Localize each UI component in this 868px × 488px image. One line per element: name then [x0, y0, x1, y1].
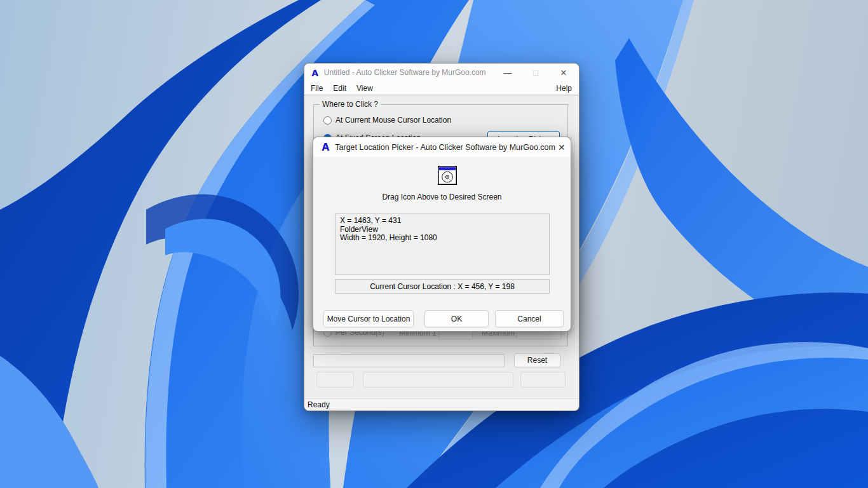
target-location-picker-dialog: A Target Location Picker - Auto Clicker … [313, 137, 571, 332]
app-icon: A [311, 68, 318, 78]
script-text-input[interactable] [313, 354, 505, 367]
menu-help[interactable]: Help [553, 84, 574, 93]
radio-current-location[interactable] [323, 116, 332, 125]
radio-row-current-location: At Current Mouse Cursor Location [323, 116, 451, 125]
picked-coordinates: X = 1463, Y = 431 [340, 217, 545, 226]
move-cursor-button[interactable]: Move Cursor to Location [323, 310, 414, 327]
desktop: A Untitled - Auto Clicker Software by Mu… [0, 0, 868, 488]
dialog-app-icon: A [322, 142, 329, 152]
status-bar: Ready [304, 398, 579, 410]
status-text: Ready [308, 400, 330, 409]
cancel-button[interactable]: Cancel [495, 310, 564, 327]
minimize-icon[interactable]: — [494, 64, 522, 81]
drag-hint-text: Drag Icon Above to Desired Screen [313, 193, 571, 201]
dialog-close-icon[interactable]: ✕ [555, 137, 568, 157]
menu-file[interactable]: File [306, 84, 328, 93]
disabled-button-left[interactable] [316, 372, 354, 388]
picked-window-name: FolderView [340, 226, 545, 234]
main-window-title: Untitled - Auto Clicker Software by MurG… [324, 68, 486, 77]
dialog-titlebar[interactable]: A Target Location Picker - Auto Clicker … [313, 137, 571, 157]
maximize-icon[interactable]: □ [522, 64, 550, 81]
current-cursor-location-bar: Current Cursor Location : X = 456, Y = 1… [335, 279, 550, 294]
caption-buttons: — □ ✕ [494, 64, 578, 81]
menu-edit[interactable]: Edit [328, 84, 351, 93]
dialog-title-text: Target Location Picker - Auto Clicker So… [335, 143, 555, 152]
current-cursor-location-text: Current Cursor Location : X = 456, Y = 1… [370, 282, 515, 291]
reset-button[interactable]: Reset [514, 353, 560, 367]
where-to-click-label: Where to Click ? [320, 100, 381, 109]
disabled-button-right[interactable] [520, 372, 566, 388]
disabled-button-middle[interactable] [363, 372, 513, 388]
main-titlebar[interactable]: A Untitled - Auto Clicker Software by Mu… [304, 64, 579, 81]
radio-current-location-label: At Current Mouse Cursor Location [336, 116, 451, 125]
picked-screen-size: Width = 1920, Height = 1080 [340, 234, 545, 243]
close-icon[interactable]: ✕ [550, 64, 578, 81]
menubar: File Edit View Help [304, 81, 579, 95]
ok-button[interactable]: OK [424, 310, 489, 327]
drag-target-icon[interactable] [438, 166, 457, 185]
picked-location-info: X = 1463, Y = 431 FolderView Width = 192… [335, 214, 550, 275]
menu-view[interactable]: View [351, 84, 378, 93]
